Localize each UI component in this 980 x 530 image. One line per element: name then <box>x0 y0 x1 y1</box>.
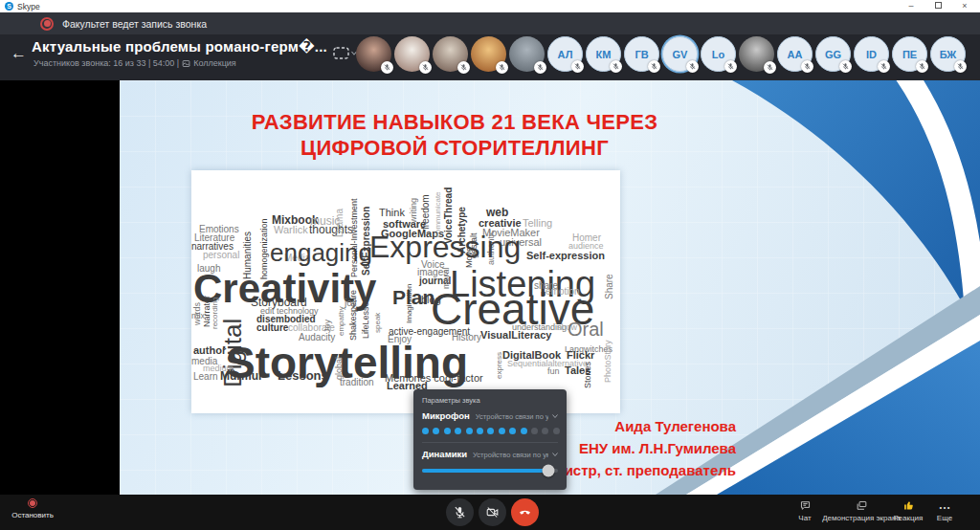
grid-view-icon <box>333 47 349 59</box>
mic-level-dot <box>542 428 548 434</box>
participant-initials: АЛ <box>558 49 573 60</box>
microphone-muted-button[interactable] <box>446 498 474 526</box>
cloud-word: Murmur <box>220 370 263 382</box>
mic-level-dot <box>444 428 451 434</box>
screen-share-icon <box>856 499 868 512</box>
recording-notification-text: Факультет ведет запись звонка <box>62 18 207 30</box>
cloud-word: fun <box>547 367 560 376</box>
end-call-icon <box>518 505 532 519</box>
muted-mic-badge <box>571 60 584 73</box>
participant-avatar[interactable]: ГВ <box>624 36 659 72</box>
muted-mic-badge <box>496 61 508 74</box>
collection-link[interactable]: Коллекция <box>193 58 236 68</box>
audio-popup-title: Параметры звука <box>422 396 558 405</box>
participants-count-text: Участников звонка: 16 из 33 | 54:00 | <box>33 58 179 68</box>
cloud-word: Joy <box>323 320 332 333</box>
microphone-device-select[interactable]: Устройство связи по умол... <box>476 412 548 421</box>
window-controls: – × <box>898 0 978 12</box>
mic-level-dot <box>553 428 560 434</box>
participant-avatar[interactable] <box>739 36 774 72</box>
speakers-label: Динамики <box>422 449 467 459</box>
participant-avatar[interactable]: КМ <box>586 36 621 72</box>
participant-initials: Lo <box>712 49 724 60</box>
cloud-word: Learn <box>193 372 218 382</box>
participant-avatar[interactable]: GV <box>662 36 698 72</box>
reaction-button[interactable]: Реакция <box>888 498 928 522</box>
minimize-button[interactable]: – <box>898 0 924 12</box>
cloud-word: express <box>496 352 503 379</box>
mic-level-dot <box>499 428 505 434</box>
participant-initials: GG <box>825 49 841 60</box>
participant-avatar[interactable]: Lo <box>701 36 736 72</box>
mic-level-dot <box>422 428 429 434</box>
stop-recording-button[interactable]: Остановить <box>10 498 56 519</box>
skype-call-window: { "window": {"app_name": "Skype"}, "noti… <box>0 0 980 530</box>
window-titlebar: S Skype – × <box>0 0 980 12</box>
call-header: ← Актуальные проблемы романо-герм�... Уч… <box>0 34 980 80</box>
recording-icon <box>40 17 54 31</box>
cloud-word: Expressing <box>369 232 521 262</box>
gallery-icon <box>182 59 190 68</box>
window-title: Skype <box>17 2 40 11</box>
cloud-word: Think <box>379 208 405 218</box>
participant-avatar[interactable] <box>509 36 545 72</box>
close-button[interactable]: × <box>951 0 978 12</box>
muted-mic-badge <box>419 61 432 74</box>
participant-initials: ПЕ <box>902 49 917 60</box>
recording-icon <box>28 498 37 508</box>
participant-avatar[interactable]: GG <box>815 36 851 72</box>
volume-fill <box>422 469 548 473</box>
skype-logo-icon: S <box>5 2 13 11</box>
cloud-word: writing <box>410 198 418 223</box>
slide-title-line2: ЦИФРОВОЙ СТОРИТЕЛЛИНГ <box>187 135 723 161</box>
muted-mic-badge <box>916 60 928 73</box>
muted-mic-badge <box>839 60 852 73</box>
participant-strip: АЛ КМ ГВ GV Lo AA GG ID ПЕ БЖ <box>356 36 966 72</box>
speakers-device-select[interactable]: Устройство связи по умол... <box>473 451 548 459</box>
participant-avatar[interactable]: AA <box>777 36 813 72</box>
layout-grid-button[interactable] <box>333 47 357 59</box>
chevron-down-icon <box>552 453 558 456</box>
recording-notification-bar: Факультет ведет запись звонка <box>0 12 980 34</box>
muted-mic-badge <box>878 60 890 73</box>
muted-mic-badge <box>764 61 776 74</box>
end-call-button[interactable] <box>511 498 539 526</box>
participant-initials: ID <box>866 49 877 60</box>
participant-initials: AA <box>788 49 803 60</box>
participant-avatar[interactable]: БЖ <box>930 36 966 72</box>
mic-level-dot <box>509 428 516 434</box>
mic-level-dot <box>433 428 439 434</box>
participant-initials: КМ <box>596 49 612 60</box>
muted-mic-badge <box>610 60 622 73</box>
mic-off-icon <box>453 505 467 519</box>
cloud-word: mix <box>191 312 205 320</box>
participant-avatar[interactable] <box>356 36 391 72</box>
cloud-word: PhotoStory <box>604 340 612 383</box>
volume-slider[interactable] <box>422 469 558 473</box>
maximize-button[interactable] <box>924 0 951 12</box>
more-dots-icon: … <box>924 498 965 512</box>
camera-muted-button[interactable] <box>479 498 506 526</box>
more-button[interactable]: … Еще <box>924 498 965 522</box>
slide-title: РАЗВИТИЕ НАВЫКОВ 21 ВЕКА ЧЕРЕЗ ЦИФРОВОЙ … <box>187 109 723 161</box>
cloud-word: Stories <box>584 362 592 388</box>
participant-avatar[interactable]: ПЕ <box>892 36 927 72</box>
participant-initials: ГВ <box>635 49 648 60</box>
mic-level-dot <box>477 428 483 434</box>
mic-level-dots <box>422 428 558 434</box>
call-subtitle: Участников звонка: 16 из 33 | 54:00 | Ко… <box>33 58 236 68</box>
cloud-word: speak <box>374 313 382 333</box>
participant-avatar[interactable] <box>433 36 468 72</box>
volume-handle[interactable] <box>543 465 555 477</box>
stop-recording-label: Остановить <box>10 511 56 519</box>
muted-mic-badge <box>457 61 470 74</box>
participant-avatar[interactable]: АЛ <box>547 36 583 72</box>
mic-level-dot <box>487 428 494 434</box>
cloud-word: Plan <box>392 287 434 307</box>
participant-avatar[interactable] <box>471 36 506 72</box>
back-arrow-button[interactable]: ← <box>11 45 27 61</box>
participant-avatar[interactable] <box>394 36 430 72</box>
mic-level-dot <box>521 428 527 434</box>
participant-avatar[interactable]: ID <box>854 36 889 72</box>
cloud-word: Oral <box>568 320 604 339</box>
